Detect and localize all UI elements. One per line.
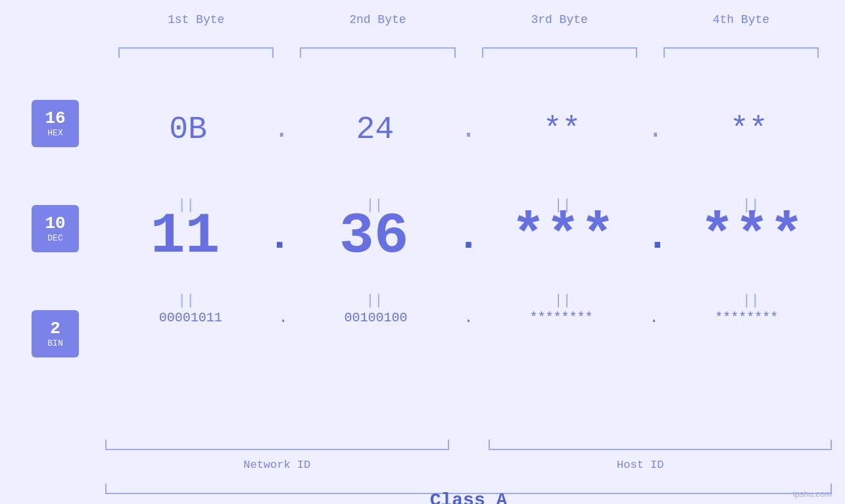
bin-byte4: ******** [662, 310, 832, 325]
bracket-line-1 [118, 47, 274, 49]
dec-byte1: 11 [105, 204, 265, 269]
hex-dot3: . [645, 115, 666, 145]
dec-byte3: *** [483, 204, 643, 269]
eq2-byte3: || [482, 292, 644, 309]
eq2-byte1: || [105, 292, 267, 309]
bin-row: 00001011 . 00100100 . ******** . *******… [105, 309, 832, 327]
base-hex-label: 16 HEX [32, 100, 79, 147]
main-container: 16 HEX 10 DEC 2 BIN 1st Byte 2nd Byte 3r… [0, 0, 845, 504]
host-bottom-left [489, 440, 490, 450]
bin-name: BIN [47, 338, 62, 348]
network-bracket [105, 430, 449, 450]
hex-dot1: . [271, 115, 292, 145]
host-bottom-line [489, 449, 833, 450]
id-labels: Network ID Host ID [105, 459, 832, 471]
content-area: 0B . 24 . ** . ** || || || || 11 . 36 . … [105, 66, 832, 465]
host-bottom-right [831, 440, 832, 450]
network-id-label: Network ID [105, 459, 449, 471]
bracket-left-1 [118, 47, 120, 58]
dec-dot2: . [454, 215, 483, 260]
col-header-byte1: 1st Byte [105, 13, 287, 26]
host-bracket [489, 430, 833, 450]
hex-row: 0B . 24 . ** . ** [105, 112, 832, 147]
col-header-byte3: 3rd Byte [469, 13, 650, 26]
bin-byte2: 00100100 [291, 310, 461, 325]
bracket-left-2 [300, 47, 301, 58]
bin-dot1: . [276, 309, 290, 327]
bracket-line-2 [300, 47, 455, 49]
hex-dot2: . [458, 115, 479, 145]
col-header-byte2: 2nd Byte [287, 13, 468, 26]
bracket-right-4 [817, 47, 819, 58]
network-bottom-right [448, 440, 449, 450]
bracket-right-3 [636, 47, 637, 58]
bin-number: 2 [50, 319, 60, 338]
network-bottom-line [105, 449, 449, 450]
bracket-right-1 [272, 47, 274, 58]
bracket-byte3 [475, 47, 644, 67]
host-id-label: Host ID [449, 459, 833, 471]
dec-row: 11 . 36 . *** . *** [105, 204, 832, 269]
top-brackets [105, 47, 832, 67]
hex-byte2: 24 [292, 112, 458, 147]
dec-byte2: 36 [294, 204, 454, 269]
watermark: ipshu.com [793, 489, 832, 499]
dec-dot1: . [265, 215, 294, 260]
bracket-line-3 [482, 47, 637, 49]
bracket-left-4 [664, 47, 665, 58]
bracket-right-2 [454, 47, 456, 58]
dec-number: 10 [45, 214, 65, 233]
col-header-byte4: 4th Byte [650, 13, 832, 26]
dec-dot3: . [643, 215, 672, 260]
network-bottom-left [105, 440, 107, 450]
hex-name: HEX [47, 128, 62, 138]
bracket-left-3 [482, 47, 483, 58]
dec-name: DEC [47, 233, 62, 243]
bin-dot2: . [461, 309, 475, 327]
equals-row-2: || || || || [105, 292, 832, 309]
hex-byte3: ** [479, 112, 645, 147]
bracket-byte4 [657, 47, 825, 67]
dec-byte4: *** [672, 204, 832, 269]
id-brackets [105, 430, 832, 450]
eq2-byte4: || [670, 292, 832, 309]
column-headers: 1st Byte 2nd Byte 3rd Byte 4th Byte [105, 13, 832, 26]
hex-byte4: ** [666, 112, 832, 147]
hex-byte1: 0B [105, 112, 271, 147]
bracket-byte2 [293, 47, 462, 67]
class-a-label: Class A [105, 490, 832, 504]
base-bin-label: 2 BIN [32, 310, 79, 357]
base-dec-label: 10 DEC [32, 205, 79, 252]
eq2-byte2: || [293, 292, 455, 309]
bin-byte3: ******** [476, 310, 646, 325]
bin-dot3: . [646, 309, 661, 327]
hex-number: 16 [45, 109, 65, 128]
bin-byte1: 00001011 [105, 310, 276, 325]
bracket-byte1 [112, 47, 280, 67]
bracket-line-4 [664, 47, 819, 49]
